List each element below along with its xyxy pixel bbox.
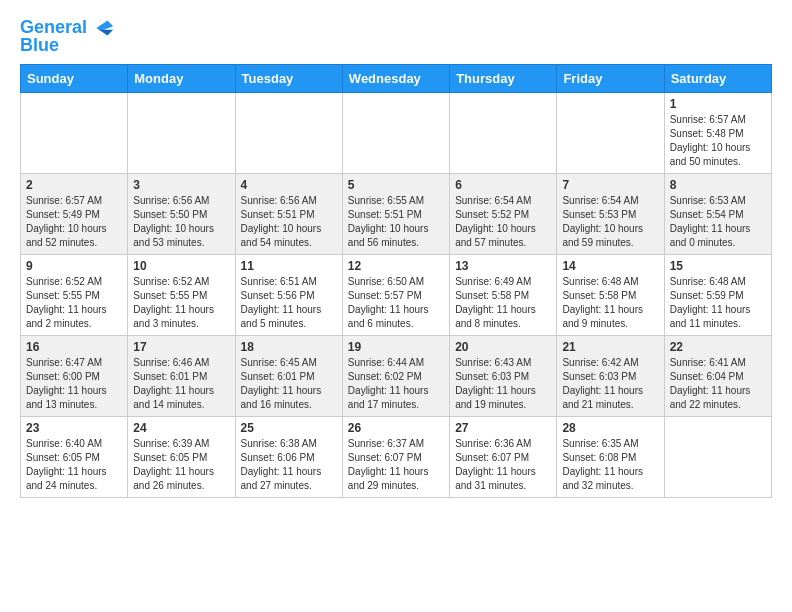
day-number: 28 (562, 421, 658, 435)
day-number: 21 (562, 340, 658, 354)
day-info: Sunrise: 6:38 AM Sunset: 6:06 PM Dayligh… (241, 437, 337, 493)
calendar-day-cell: 26Sunrise: 6:37 AM Sunset: 6:07 PM Dayli… (342, 416, 449, 497)
day-number: 2 (26, 178, 122, 192)
day-number: 19 (348, 340, 444, 354)
calendar-day-cell: 11Sunrise: 6:51 AM Sunset: 5:56 PM Dayli… (235, 254, 342, 335)
calendar-day-cell: 28Sunrise: 6:35 AM Sunset: 6:08 PM Dayli… (557, 416, 664, 497)
day-info: Sunrise: 6:41 AM Sunset: 6:04 PM Dayligh… (670, 356, 766, 412)
day-info: Sunrise: 6:50 AM Sunset: 5:57 PM Dayligh… (348, 275, 444, 331)
calendar-week-row: 9Sunrise: 6:52 AM Sunset: 5:55 PM Daylig… (21, 254, 772, 335)
calendar-day-cell: 25Sunrise: 6:38 AM Sunset: 6:06 PM Dayli… (235, 416, 342, 497)
day-number: 13 (455, 259, 551, 273)
day-number: 14 (562, 259, 658, 273)
calendar-week-row: 2Sunrise: 6:57 AM Sunset: 5:49 PM Daylig… (21, 173, 772, 254)
day-info: Sunrise: 6:52 AM Sunset: 5:55 PM Dayligh… (133, 275, 229, 331)
calendar-day-cell: 2Sunrise: 6:57 AM Sunset: 5:49 PM Daylig… (21, 173, 128, 254)
day-info: Sunrise: 6:51 AM Sunset: 5:56 PM Dayligh… (241, 275, 337, 331)
day-number: 26 (348, 421, 444, 435)
day-number: 4 (241, 178, 337, 192)
day-number: 3 (133, 178, 229, 192)
day-number: 12 (348, 259, 444, 273)
calendar-day-cell: 21Sunrise: 6:42 AM Sunset: 6:03 PM Dayli… (557, 335, 664, 416)
day-info: Sunrise: 6:39 AM Sunset: 6:05 PM Dayligh… (133, 437, 229, 493)
day-info: Sunrise: 6:56 AM Sunset: 5:51 PM Dayligh… (241, 194, 337, 250)
day-number: 5 (348, 178, 444, 192)
calendar-day-cell: 9Sunrise: 6:52 AM Sunset: 5:55 PM Daylig… (21, 254, 128, 335)
day-number: 1 (670, 97, 766, 111)
calendar-day-cell (342, 92, 449, 173)
day-info: Sunrise: 6:47 AM Sunset: 6:00 PM Dayligh… (26, 356, 122, 412)
day-number: 7 (562, 178, 658, 192)
calendar-day-cell: 1Sunrise: 6:57 AM Sunset: 5:48 PM Daylig… (664, 92, 771, 173)
day-info: Sunrise: 6:37 AM Sunset: 6:07 PM Dayligh… (348, 437, 444, 493)
day-info: Sunrise: 6:54 AM Sunset: 5:53 PM Dayligh… (562, 194, 658, 250)
calendar-day-header: Thursday (450, 64, 557, 92)
calendar-day-header: Saturday (664, 64, 771, 92)
calendar-day-cell: 4Sunrise: 6:56 AM Sunset: 5:51 PM Daylig… (235, 173, 342, 254)
day-info: Sunrise: 6:46 AM Sunset: 6:01 PM Dayligh… (133, 356, 229, 412)
calendar-day-cell: 17Sunrise: 6:46 AM Sunset: 6:01 PM Dayli… (128, 335, 235, 416)
calendar-week-row: 1Sunrise: 6:57 AM Sunset: 5:48 PM Daylig… (21, 92, 772, 173)
day-info: Sunrise: 6:40 AM Sunset: 6:05 PM Dayligh… (26, 437, 122, 493)
day-info: Sunrise: 6:48 AM Sunset: 5:59 PM Dayligh… (670, 275, 766, 331)
day-info: Sunrise: 6:53 AM Sunset: 5:54 PM Dayligh… (670, 194, 766, 250)
day-number: 23 (26, 421, 122, 435)
day-number: 9 (26, 259, 122, 273)
calendar-day-header: Tuesday (235, 64, 342, 92)
day-info: Sunrise: 6:52 AM Sunset: 5:55 PM Dayligh… (26, 275, 122, 331)
day-number: 11 (241, 259, 337, 273)
calendar-day-cell (450, 92, 557, 173)
calendar-day-cell: 14Sunrise: 6:48 AM Sunset: 5:58 PM Dayli… (557, 254, 664, 335)
day-number: 8 (670, 178, 766, 192)
calendar-day-cell: 15Sunrise: 6:48 AM Sunset: 5:59 PM Dayli… (664, 254, 771, 335)
day-info: Sunrise: 6:35 AM Sunset: 6:08 PM Dayligh… (562, 437, 658, 493)
day-info: Sunrise: 6:43 AM Sunset: 6:03 PM Dayligh… (455, 356, 551, 412)
day-info: Sunrise: 6:56 AM Sunset: 5:50 PM Dayligh… (133, 194, 229, 250)
day-info: Sunrise: 6:57 AM Sunset: 5:49 PM Dayligh… (26, 194, 122, 250)
day-info: Sunrise: 6:55 AM Sunset: 5:51 PM Dayligh… (348, 194, 444, 250)
day-number: 16 (26, 340, 122, 354)
day-number: 18 (241, 340, 337, 354)
calendar-day-cell: 3Sunrise: 6:56 AM Sunset: 5:50 PM Daylig… (128, 173, 235, 254)
calendar-week-row: 16Sunrise: 6:47 AM Sunset: 6:00 PM Dayli… (21, 335, 772, 416)
day-info: Sunrise: 6:49 AM Sunset: 5:58 PM Dayligh… (455, 275, 551, 331)
day-number: 20 (455, 340, 551, 354)
calendar-header-row: SundayMondayTuesdayWednesdayThursdayFrid… (21, 64, 772, 92)
day-number: 27 (455, 421, 551, 435)
calendar-day-cell (235, 92, 342, 173)
calendar-day-header: Friday (557, 64, 664, 92)
calendar-day-cell: 22Sunrise: 6:41 AM Sunset: 6:04 PM Dayli… (664, 335, 771, 416)
day-info: Sunrise: 6:54 AM Sunset: 5:52 PM Dayligh… (455, 194, 551, 250)
calendar-day-cell (664, 416, 771, 497)
calendar-day-cell: 27Sunrise: 6:36 AM Sunset: 6:07 PM Dayli… (450, 416, 557, 497)
calendar-day-cell: 10Sunrise: 6:52 AM Sunset: 5:55 PM Dayli… (128, 254, 235, 335)
calendar-day-cell: 20Sunrise: 6:43 AM Sunset: 6:03 PM Dayli… (450, 335, 557, 416)
calendar-week-row: 23Sunrise: 6:40 AM Sunset: 6:05 PM Dayli… (21, 416, 772, 497)
calendar-day-cell: 16Sunrise: 6:47 AM Sunset: 6:00 PM Dayli… (21, 335, 128, 416)
calendar-day-header: Sunday (21, 64, 128, 92)
calendar-day-cell: 19Sunrise: 6:44 AM Sunset: 6:02 PM Dayli… (342, 335, 449, 416)
logo-blue-text: Blue (20, 36, 59, 56)
day-info: Sunrise: 6:44 AM Sunset: 6:02 PM Dayligh… (348, 356, 444, 412)
logo: General Blue (20, 16, 115, 56)
calendar-day-cell (128, 92, 235, 173)
page-header: General Blue (20, 16, 772, 56)
calendar-day-cell: 7Sunrise: 6:54 AM Sunset: 5:53 PM Daylig… (557, 173, 664, 254)
day-number: 6 (455, 178, 551, 192)
day-info: Sunrise: 6:57 AM Sunset: 5:48 PM Dayligh… (670, 113, 766, 169)
day-number: 15 (670, 259, 766, 273)
day-info: Sunrise: 6:42 AM Sunset: 6:03 PM Dayligh… (562, 356, 658, 412)
calendar-day-cell: 24Sunrise: 6:39 AM Sunset: 6:05 PM Dayli… (128, 416, 235, 497)
day-info: Sunrise: 6:36 AM Sunset: 6:07 PM Dayligh… (455, 437, 551, 493)
day-number: 22 (670, 340, 766, 354)
logo-bird-icon (87, 16, 115, 40)
day-number: 24 (133, 421, 229, 435)
day-number: 25 (241, 421, 337, 435)
calendar-day-cell: 5Sunrise: 6:55 AM Sunset: 5:51 PM Daylig… (342, 173, 449, 254)
day-info: Sunrise: 6:45 AM Sunset: 6:01 PM Dayligh… (241, 356, 337, 412)
calendar-day-header: Monday (128, 64, 235, 92)
calendar-day-cell: 12Sunrise: 6:50 AM Sunset: 5:57 PM Dayli… (342, 254, 449, 335)
calendar-day-cell (21, 92, 128, 173)
calendar-day-cell: 13Sunrise: 6:49 AM Sunset: 5:58 PM Dayli… (450, 254, 557, 335)
calendar-day-cell: 8Sunrise: 6:53 AM Sunset: 5:54 PM Daylig… (664, 173, 771, 254)
